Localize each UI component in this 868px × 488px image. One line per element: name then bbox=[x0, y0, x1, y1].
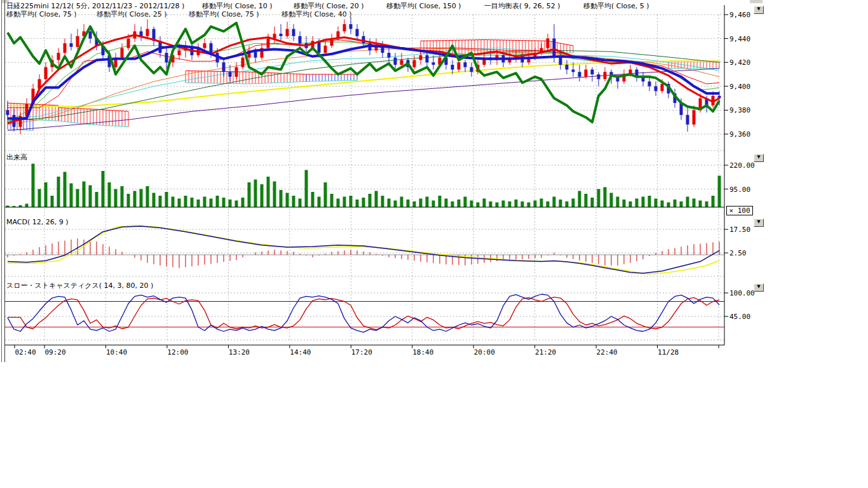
stochastics-plot bbox=[5, 294, 724, 332]
price-tick: 9,380 bbox=[729, 106, 750, 114]
price-panel-dropdown-button[interactable]: ▼ bbox=[754, 6, 764, 14]
volume-multiplier-box: × 100 bbox=[726, 206, 753, 215]
price-tick: 9,420 bbox=[729, 58, 750, 67]
price-tick: 9,460 bbox=[729, 11, 750, 19]
thin-moving-averages bbox=[8, 40, 719, 131]
time-label: 21:20 bbox=[535, 348, 556, 356]
time-label: 17:20 bbox=[351, 348, 372, 356]
time-label: 10:40 bbox=[106, 348, 127, 356]
axes-frame bbox=[5, 0, 729, 362]
volume-tick: 95.00 bbox=[729, 186, 750, 194]
macd-panel-label: MACD( 12, 26, 9 ) bbox=[6, 218, 69, 226]
stoch-panel-dropdown-button[interactable]: ▼ bbox=[754, 283, 764, 292]
volume-panel-dropdown-button[interactable]: ▼ bbox=[754, 154, 764, 162]
volume-panel-label: 出来高 bbox=[6, 152, 27, 162]
chart-canvas[interactable] bbox=[0, 0, 868, 488]
stoch-tick: 45.00 bbox=[729, 313, 750, 321]
volume-bars bbox=[5, 164, 724, 207]
stoch-panel-label: スロー・ストキャスティクス( 14, 3, 80, 20 ) bbox=[6, 281, 153, 290]
chart-window: 日経225mini 12/12( 5分, 2012/11/23 - 2012/1… bbox=[0, 0, 868, 488]
time-label: 22:40 bbox=[597, 348, 618, 356]
time-label: 18:40 bbox=[412, 348, 433, 356]
macd-tick: 2.50 bbox=[729, 249, 747, 257]
price-tick: 9,400 bbox=[729, 83, 750, 91]
macd-tick: 17.50 bbox=[729, 226, 750, 234]
price-tick: 9,360 bbox=[729, 130, 750, 139]
time-label: 14:40 bbox=[290, 348, 311, 356]
time-label: 09:20 bbox=[44, 348, 65, 356]
stoch-tick: 100.00 bbox=[729, 289, 755, 297]
time-label: 13:20 bbox=[229, 348, 250, 356]
price-tick: 9,440 bbox=[729, 35, 750, 43]
time-label: 20:00 bbox=[474, 348, 495, 356]
time-label: 02:40 bbox=[15, 348, 36, 356]
time-label: 12:00 bbox=[167, 348, 188, 356]
volume-tick: 220.00 bbox=[729, 161, 755, 170]
macd-panel-dropdown-button[interactable]: ▼ bbox=[754, 219, 764, 227]
time-label: 11/28 bbox=[658, 348, 679, 356]
macd-plot bbox=[5, 226, 724, 274]
ichimoku-cloud bbox=[8, 39, 719, 130]
